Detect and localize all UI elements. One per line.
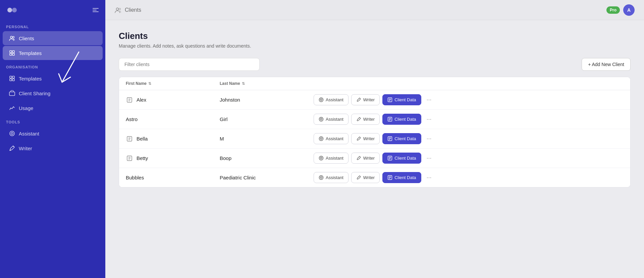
more-options-button[interactable]: ···	[424, 95, 434, 105]
sidebar-templates-personal-label: Templates	[19, 50, 42, 56]
client-data-button[interactable]: Client Data	[382, 94, 421, 105]
client-icon	[126, 96, 133, 104]
client-last-name: Paediatric Clinic	[220, 175, 314, 180]
sidebar-assistant-label: Assistant	[19, 131, 39, 136]
svg-rect-10	[12, 53, 14, 55]
sidebar: Personal Clients Templates Organisation	[0, 0, 105, 278]
sort-first-name-icon: ⇅	[148, 81, 151, 86]
writer-button[interactable]: Writer	[351, 172, 380, 183]
svg-rect-8	[12, 51, 14, 53]
sidebar-header	[0, 0, 105, 20]
assistant-icon	[9, 130, 15, 137]
svg-point-31	[320, 118, 322, 120]
svg-rect-15	[9, 92, 15, 96]
more-options-button[interactable]: ···	[424, 153, 434, 163]
client-last-name: Johnston	[220, 97, 314, 103]
table-header: First Name ⇅ Last Name ⇅	[119, 77, 630, 90]
table-row: Astro Girl Assistant Writer Client Data	[119, 110, 630, 129]
client-first-name: Alex	[137, 97, 146, 103]
svg-rect-7	[10, 51, 12, 53]
svg-point-19	[119, 8, 121, 10]
sidebar-item-usage[interactable]: Usage	[3, 101, 103, 115]
sidebar-item-writer[interactable]: Writer	[3, 141, 103, 155]
svg-rect-4	[93, 11, 99, 12]
col-first-name[interactable]: First Name ⇅	[126, 81, 220, 86]
more-options-button[interactable]: ···	[424, 173, 434, 182]
svg-rect-11	[10, 76, 12, 78]
topbar-title: Clients	[125, 7, 141, 13]
svg-rect-2	[93, 8, 99, 9]
svg-point-0	[7, 8, 12, 12]
templates-icon-org	[9, 75, 15, 82]
more-options-button[interactable]: ···	[424, 114, 434, 124]
users-icon	[9, 35, 15, 42]
col-actions	[314, 81, 624, 86]
table-row: Bella M Assistant Writer Client Data	[119, 129, 630, 149]
client-first-name-cell: Bubbles	[126, 175, 220, 180]
filter-bar: + Add New Client	[119, 58, 631, 71]
row-actions: Assistant Writer Client Data ···	[314, 94, 624, 105]
more-options-button[interactable]: ···	[424, 134, 434, 144]
add-client-button[interactable]: + Add New Client	[582, 58, 631, 71]
topbar: Clients Pro A	[105, 0, 644, 20]
templates-icon-personal	[9, 50, 15, 56]
sidebar-item-assistant[interactable]: Assistant	[3, 126, 103, 141]
svg-point-25	[320, 99, 322, 101]
svg-point-24	[319, 98, 323, 102]
svg-point-56	[319, 176, 323, 180]
app-logo[interactable]	[6, 4, 18, 16]
page-subtitle: Manage clients. Add notes, ask questions…	[119, 43, 631, 49]
writer-button[interactable]: Writer	[351, 114, 380, 125]
client-first-name-cell: Astro	[126, 116, 220, 122]
organisation-section-label: Organisation	[0, 60, 105, 71]
svg-point-17	[11, 132, 13, 134]
writer-button[interactable]: Writer	[351, 133, 380, 144]
share-icon	[9, 90, 15, 97]
client-last-name: Boop	[220, 155, 314, 161]
table-row: Alex Johnston Assistant Writer Client Da…	[119, 90, 630, 110]
personal-section-label: Personal	[0, 20, 105, 31]
col-last-name[interactable]: Last Name ⇅	[220, 81, 314, 86]
sidebar-item-clients[interactable]: Clients	[3, 31, 103, 45]
chart-icon	[9, 105, 15, 111]
table-row: Betty Boop Assistant Writer Client Data	[119, 149, 630, 168]
client-first-name: Betty	[137, 155, 148, 161]
svg-point-6	[13, 37, 14, 38]
topbar-clients-icon	[115, 7, 121, 13]
filter-input[interactable]	[119, 58, 260, 71]
assistant-button[interactable]: Assistant	[314, 133, 348, 144]
row-actions: Assistant Writer Client Data ···	[314, 153, 624, 164]
sidebar-item-client-sharing[interactable]: Client Sharing	[3, 86, 103, 100]
client-last-name: M	[220, 136, 314, 142]
sidebar-org-templates-label: Templates	[19, 76, 42, 81]
writer-button[interactable]: Writer	[351, 94, 380, 105]
svg-point-18	[116, 8, 119, 10]
sidebar-item-org-templates[interactable]: Templates	[3, 71, 103, 86]
svg-point-5	[10, 36, 12, 38]
assistant-button[interactable]: Assistant	[314, 153, 348, 164]
row-actions: Assistant Writer Client Data ···	[314, 172, 624, 183]
avatar[interactable]: A	[623, 4, 635, 16]
assistant-button[interactable]: Assistant	[314, 172, 348, 183]
sidebar-usage-label: Usage	[19, 105, 33, 111]
writer-button[interactable]: Writer	[351, 153, 380, 164]
client-data-button[interactable]: Client Data	[382, 114, 421, 125]
client-data-button[interactable]: Client Data	[382, 153, 421, 164]
client-first-name-cell: Bella	[126, 135, 220, 143]
sidebar-clients-label: Clients	[19, 36, 34, 41]
assistant-button[interactable]: Assistant	[314, 114, 348, 125]
client-data-button[interactable]: Client Data	[382, 172, 421, 183]
svg-point-57	[320, 177, 322, 178]
main-content: Clients Pro A Clients Manage clients. Ad…	[105, 0, 644, 278]
content-area: Clients Manage clients. Add notes, ask q…	[105, 20, 644, 278]
svg-point-50	[319, 156, 323, 160]
client-first-name: Bubbles	[126, 175, 144, 180]
sidebar-item-templates-personal[interactable]: Templates	[3, 46, 103, 60]
assistant-button[interactable]: Assistant	[314, 94, 348, 105]
svg-rect-9	[10, 53, 12, 55]
sidebar-toggle-button[interactable]	[92, 6, 99, 14]
client-first-name-cell: Betty	[126, 155, 220, 162]
client-data-button[interactable]: Client Data	[382, 133, 421, 144]
row-actions: Assistant Writer Client Data ···	[314, 114, 624, 125]
client-icon	[126, 155, 133, 162]
